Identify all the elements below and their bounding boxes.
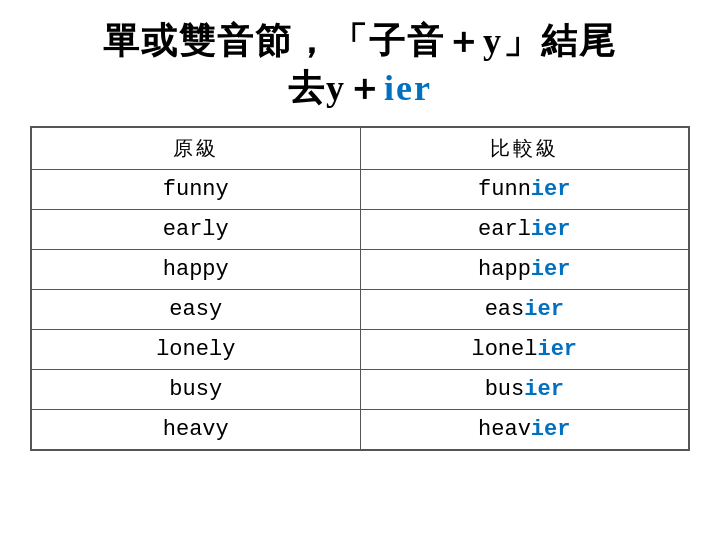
base-word: busy — [31, 369, 360, 409]
base-word: heavy — [31, 409, 360, 450]
ier-suffix: ier — [537, 337, 577, 362]
comparative-word: busier — [360, 369, 689, 409]
title-prefix: 去y＋ — [288, 68, 384, 108]
comparative-word: lonelier — [360, 329, 689, 369]
table-row: early earlier — [31, 209, 689, 249]
comparative-word: happier — [360, 249, 689, 289]
vocab-table: 原級 比較級 funny funnier early earlier happy… — [30, 126, 690, 451]
comparative-word: easier — [360, 289, 689, 329]
ier-suffix: ier — [524, 297, 564, 322]
title-line1: 單或雙音節，「子音＋y」結尾 — [103, 18, 617, 65]
y-bold: y — [483, 21, 503, 61]
header-base: 原級 — [31, 127, 360, 170]
table-row: heavy heavier — [31, 409, 689, 450]
base-word: easy — [31, 289, 360, 329]
title-block: 單或雙音節，「子音＋y」結尾 去y＋ier — [103, 18, 617, 112]
base-word: lonely — [31, 329, 360, 369]
base-word: funny — [31, 169, 360, 209]
title-line2: 去y＋ier — [103, 65, 617, 112]
ier-suffix: ier — [531, 177, 571, 202]
comparative-word: funnier — [360, 169, 689, 209]
ier-suffix: ier — [531, 217, 571, 242]
table-row: lonely lonelier — [31, 329, 689, 369]
table-row: happy happier — [31, 249, 689, 289]
table-row: funny funnier — [31, 169, 689, 209]
table-row: easy easier — [31, 289, 689, 329]
header-comparative: 比較級 — [360, 127, 689, 170]
ier-suffix: ier — [531, 417, 571, 442]
ier-suffix: ier — [524, 377, 564, 402]
table-row: busy busier — [31, 369, 689, 409]
comparative-word: heavier — [360, 409, 689, 450]
comparative-word: earlier — [360, 209, 689, 249]
base-word: happy — [31, 249, 360, 289]
base-word: early — [31, 209, 360, 249]
table-header-row: 原級 比較級 — [31, 127, 689, 170]
title-ier: ier — [384, 68, 432, 108]
ier-suffix: ier — [531, 257, 571, 282]
